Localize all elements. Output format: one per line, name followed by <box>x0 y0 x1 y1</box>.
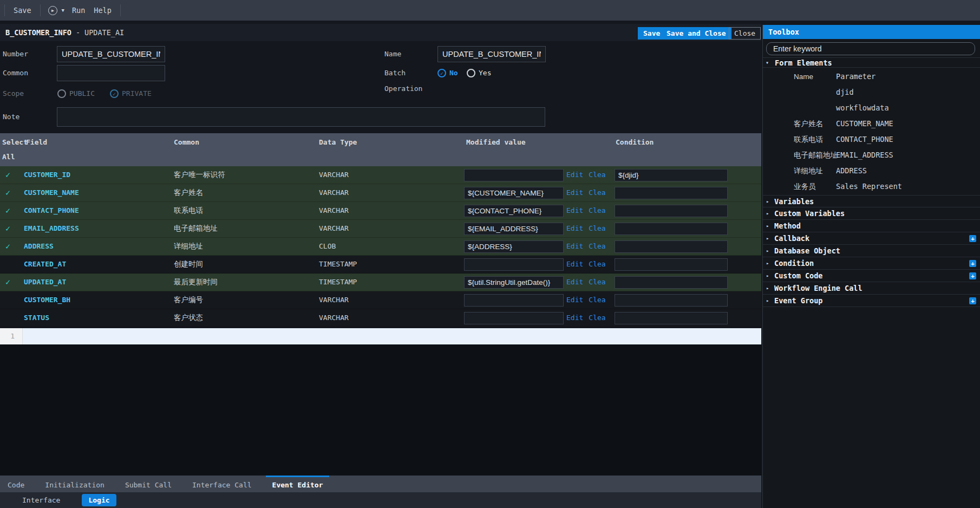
bottom-tab[interactable]: Event Editor <box>266 476 330 492</box>
toolbox-section[interactable]: ▸ Event Group + <box>763 295 980 307</box>
toolbox-form-element-item[interactable]: 客户姓名 CUSTOMER_NAME <box>763 116 980 132</box>
edit-link[interactable]: Edit <box>566 206 583 214</box>
toolbox-section[interactable]: ▸ Database Object <box>763 245 980 257</box>
clear-link[interactable]: Clear <box>589 188 605 197</box>
modified-value-input[interactable] <box>464 240 564 253</box>
add-icon[interactable]: + <box>969 235 976 242</box>
table-row[interactable]: ✓ CUSTOMER_NAME 客户姓名 VARCHAR EditClear <box>0 184 761 202</box>
scope-private-radio[interactable]: PRIVATE <box>110 89 152 98</box>
toolbox-form-element-item[interactable]: 详细地址 ADDRESS <box>763 163 980 179</box>
bottom-sub-tab[interactable]: Interface <box>16 494 67 506</box>
edit-link[interactable]: Edit <box>566 224 583 232</box>
toolbox-section[interactable]: ▸ Custom Code + <box>763 270 980 282</box>
common-input[interactable] <box>57 65 165 81</box>
toolbox-form-element-item[interactable]: workflowdata <box>763 100 980 116</box>
modified-value-input[interactable] <box>464 258 564 271</box>
menu-run[interactable]: Run <box>68 6 89 15</box>
row-check-icon[interactable]: ✓ <box>5 220 10 237</box>
edit-link[interactable]: Edit <box>566 314 583 322</box>
table-row[interactable]: ✓ CONTACT_PHONE 联系电话 VARCHAR EditClear <box>0 202 761 220</box>
batch-no-radio[interactable]: No <box>437 69 458 77</box>
toolbox-form-element-item[interactable]: djid <box>763 84 980 100</box>
note-input[interactable] <box>57 107 545 127</box>
save-and-close-button[interactable]: Save and Close <box>661 27 731 40</box>
row-check-icon[interactable]: ✓ <box>5 166 10 184</box>
toolbox-section[interactable]: ▸ Method <box>763 220 980 232</box>
code-line-content[interactable] <box>23 328 761 344</box>
condition-input[interactable] <box>615 258 728 271</box>
toolbox-sections: ▸ Variables ▸ Custom Variables ▸ Method … <box>763 195 980 307</box>
table-row[interactable]: ✓ STATUS 客户状态 VARCHAR EditClear <box>0 309 761 327</box>
bottom-sub-tab[interactable]: Logic <box>82 494 116 506</box>
condition-input[interactable] <box>615 312 728 324</box>
table-row[interactable]: ✓ UPDATED_AT 最后更新时间 TIMESTAMP EditClear <box>0 273 761 291</box>
table-row[interactable]: ✓ CREATED_AT 创建时间 TIMESTAMP EditClear <box>0 256 761 273</box>
edit-link[interactable]: Edit <box>566 260 583 268</box>
add-icon[interactable]: + <box>969 272 976 279</box>
close-button[interactable]: Close <box>729 27 761 40</box>
add-icon[interactable]: + <box>969 260 976 267</box>
row-check-icon[interactable]: ✓ <box>5 273 10 291</box>
row-check-icon[interactable]: ✓ <box>5 184 10 201</box>
clear-link[interactable]: Clear <box>589 260 605 268</box>
bottom-tab[interactable]: Initialization <box>38 476 111 492</box>
clear-link[interactable]: Clear <box>589 206 605 214</box>
table-row[interactable]: ✓ ADDRESS 详细地址 CLOB EditClear <box>0 238 761 256</box>
bottom-tab[interactable]: Code <box>1 476 31 492</box>
play-circle-icon[interactable]: ▶ <box>48 6 57 15</box>
modified-value-input[interactable] <box>464 312 564 324</box>
edit-link[interactable]: Edit <box>566 188 583 197</box>
clear-link[interactable]: Clear <box>589 314 605 322</box>
number-input[interactable] <box>57 46 165 62</box>
toolbox-form-element-item[interactable]: 业务员 Sales Represent <box>763 179 980 194</box>
table-row[interactable]: ✓ CUSTOMER_ID 客户唯一标识符 VARCHAR EditClear <box>0 166 761 184</box>
clear-link[interactable]: Clear <box>589 224 605 232</box>
code-editor-line[interactable]: 1 <box>0 328 761 344</box>
modified-value-input[interactable] <box>464 205 564 217</box>
row-check-icon[interactable]: ✓ <box>5 202 10 219</box>
toolbox-section[interactable]: ▸ Workflow Engine Call <box>763 282 980 295</box>
modified-value-input[interactable] <box>464 276 564 289</box>
condition-input[interactable] <box>615 276 728 289</box>
clear-link[interactable]: Clear <box>589 242 605 250</box>
modified-value-input[interactable] <box>464 223 564 235</box>
toolbox-form-element-item[interactable]: 电子邮箱地址 EMAIL_ADDRESS <box>763 147 980 163</box>
condition-input[interactable] <box>615 169 728 181</box>
clear-link[interactable]: Clear <box>589 171 605 179</box>
menu-help[interactable]: Help <box>89 6 116 15</box>
toolbox-section[interactable]: ▸ Condition + <box>763 257 980 270</box>
toolbox-section[interactable]: ▸ Custom Variables <box>763 207 980 220</box>
row-check-icon[interactable]: ✓ <box>5 238 10 255</box>
modified-value-input[interactable] <box>464 187 564 199</box>
clear-link[interactable]: Clear <box>589 278 605 286</box>
edit-link[interactable]: Edit <box>566 171 583 179</box>
table-row[interactable]: ✓ EMAIL_ADDRESS 电子邮箱地址 VARCHAR EditClear <box>0 220 761 238</box>
menu-save[interactable]: Save <box>9 6 36 15</box>
clear-link[interactable]: Clear <box>589 296 605 304</box>
bottom-tab[interactable]: Submit Call <box>119 476 178 492</box>
toolbox-search-input[interactable] <box>766 42 975 55</box>
edit-link[interactable]: Edit <box>566 278 583 286</box>
condition-input[interactable] <box>615 223 728 235</box>
condition-input[interactable] <box>615 240 728 253</box>
condition-input[interactable] <box>615 205 728 217</box>
select-all-toggle[interactable]: All <box>2 151 15 163</box>
condition-input[interactable] <box>615 294 728 307</box>
run-split-button[interactable]: ▶ ▼ <box>45 6 68 15</box>
condition-input[interactable] <box>615 187 728 199</box>
chevron-down-icon[interactable]: ▼ <box>62 8 64 13</box>
batch-yes-radio[interactable]: Yes <box>467 69 491 77</box>
modified-value-input[interactable] <box>464 294 564 307</box>
add-icon[interactable]: + <box>969 297 976 304</box>
toolbox-form-element-item[interactable]: 联系电话 CONTACT_PHONE <box>763 132 980 147</box>
table-row[interactable]: ✓ CUSTOMER_BH 客户编号 VARCHAR EditClear <box>0 291 761 309</box>
edit-link[interactable]: Edit <box>566 296 583 304</box>
form-elements-section-header[interactable]: ▾ Form Elements <box>763 57 980 68</box>
bottom-tab[interactable]: Interface Call <box>186 476 258 492</box>
scope-public-radio[interactable]: PUBLIC <box>57 89 95 98</box>
toolbox-section[interactable]: ▸ Variables <box>763 195 980 207</box>
edit-link[interactable]: Edit <box>566 242 583 250</box>
modified-value-input[interactable] <box>464 169 564 181</box>
name-input[interactable] <box>437 46 546 62</box>
toolbox-section[interactable]: ▸ Callback + <box>763 232 980 245</box>
